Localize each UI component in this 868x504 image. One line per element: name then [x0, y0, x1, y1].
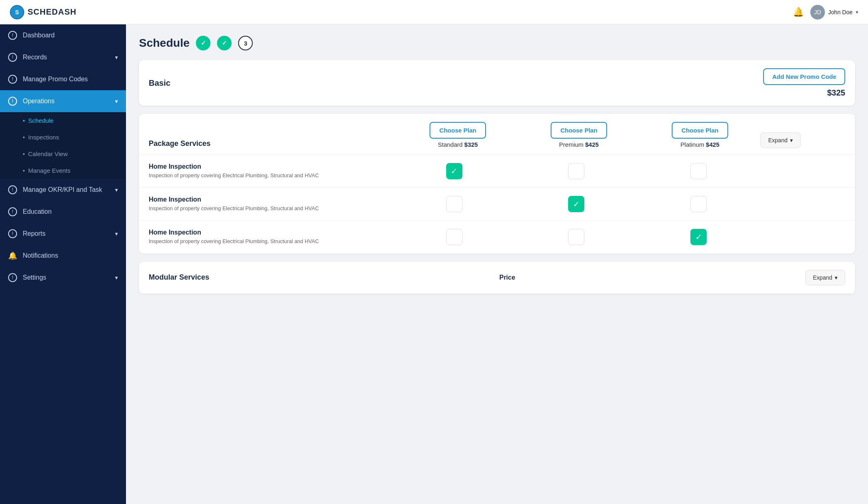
inspections-label: Inspections [28, 134, 59, 141]
settings-chevron-icon: ▾ [115, 274, 118, 281]
app-name: SCHEDASH [28, 7, 76, 17]
service-3-description: Inspection of property covering Electric… [149, 238, 393, 245]
main-content: Schedule ✓ ✓ 3 Basic Add New Promo Code … [126, 24, 868, 504]
choose-plan-premium-button[interactable]: Choose Plan [551, 122, 607, 139]
service-1-platinum-check [638, 163, 760, 179]
sidebar-label-settings: Settings [23, 274, 46, 281]
page-title: Schedule [139, 37, 189, 50]
sidebar-subitem-schedule[interactable]: Schedule [0, 112, 126, 129]
service-3-platinum-check: ✓ [638, 229, 760, 245]
records-icon: ! [8, 53, 17, 62]
step-2-badge: ✓ [217, 36, 232, 50]
reports-chevron-icon: ▾ [115, 230, 118, 237]
manage-events-label: Manage Events [28, 167, 70, 174]
package-services-header: Package Services Choose Plan Standard $3… [139, 114, 855, 155]
notifications-bell-icon: 🔔 [8, 251, 17, 260]
service-1-premium-check [515, 163, 638, 179]
operations-subitems: Schedule Inspections Calendar View Manag… [0, 112, 126, 179]
basic-header: Basic Add New Promo Code $325 [139, 60, 855, 106]
service-row-3: Home Inspection Inspection of property c… [139, 221, 855, 253]
promo-codes-icon: ! [8, 75, 17, 84]
expand-chevron-icon: ▾ [790, 137, 793, 143]
step-1-badge: ✓ [196, 36, 210, 50]
platinum-plan-header: Choose Plan Platinum $425 [640, 122, 761, 148]
calendar-view-label: Calendar View [28, 150, 67, 157]
add-promo-code-button[interactable]: Add New Promo Code [763, 68, 845, 85]
sidebar-subitem-manage-events[interactable]: Manage Events [0, 162, 126, 179]
basic-price: $325 [827, 88, 846, 98]
user-name: John Doe [828, 9, 853, 15]
operations-icon: ! [8, 97, 17, 106]
service-row-2: Home Inspection Inspection of property c… [139, 188, 855, 221]
service-3-info: Home Inspection Inspection of property c… [149, 229, 393, 245]
basic-label: Basic [149, 78, 170, 88]
app-body: ! Dashboard ! Records ▾ ! Manage Promo C… [0, 24, 868, 504]
page-header: Schedule ✓ ✓ 3 [139, 36, 855, 50]
check-standard-1[interactable]: ✓ [446, 163, 462, 179]
service-3-premium-check [515, 229, 638, 245]
dashboard-icon: ! [8, 31, 17, 40]
service-2-name: Home Inspection [149, 196, 393, 203]
header-right: 🔔 JD John Doe ▾ [793, 5, 858, 20]
uncheck-platinum-1[interactable] [690, 163, 707, 179]
uncheck-premium-3[interactable] [568, 229, 584, 245]
uncheck-premium-1[interactable] [568, 163, 584, 179]
premium-plan-header: Choose Plan Premium $425 [519, 122, 640, 148]
top-header: S SCHEDASH 🔔 JD John Doe ▾ [0, 0, 868, 24]
modular-expand-chevron-icon: ▾ [835, 274, 838, 281]
uncheck-standard-3[interactable] [446, 229, 462, 245]
sidebar-subitem-calendar-view[interactable]: Calendar View [0, 146, 126, 162]
choose-plan-standard-button[interactable]: Choose Plan [430, 122, 486, 139]
settings-icon: ! [8, 273, 17, 282]
education-icon: ! [8, 207, 17, 216]
modular-services-card: Modular Services Price Expand ▾ [139, 262, 855, 294]
sidebar-label-reports: Reports [23, 230, 46, 237]
modular-price-label: Price [499, 274, 515, 281]
okr-chevron-icon: ▾ [115, 187, 118, 193]
service-2-standard-check [393, 196, 515, 212]
basic-section-card: Basic Add New Promo Code $325 [139, 60, 855, 106]
sidebar-item-manage-promo-codes[interactable]: ! Manage Promo Codes [0, 68, 126, 90]
service-3-name: Home Inspection [149, 229, 393, 236]
sidebar-item-education[interactable]: ! Education [0, 201, 126, 223]
sidebar-item-records[interactable]: ! Records ▾ [0, 46, 126, 68]
sidebar-subitem-inspections[interactable]: Inspections [0, 129, 126, 146]
modular-services-title: Modular Services [149, 273, 209, 282]
service-1-standard-check: ✓ [393, 163, 515, 179]
modular-expand-button[interactable]: Expand ▾ [805, 270, 845, 285]
expand-button[interactable]: Expand ▾ [760, 133, 800, 148]
standard-plan-header: Choose Plan Standard $325 [397, 122, 519, 148]
sidebar-item-reports[interactable]: ! Reports ▾ [0, 223, 126, 245]
service-row-1: Home Inspection Inspection of property c… [139, 155, 855, 188]
choose-plan-platinum-button[interactable]: Choose Plan [672, 122, 728, 139]
notification-bell-icon[interactable]: 🔔 [793, 7, 804, 17]
sidebar-label-records: Records [23, 54, 47, 61]
svg-text:S: S [15, 9, 19, 15]
reports-icon: ! [8, 229, 17, 238]
check-platinum-3[interactable]: ✓ [690, 229, 707, 245]
sidebar-item-operations[interactable]: ! Operations ▾ [0, 90, 126, 112]
basic-right: Add New Promo Code $325 [763, 68, 845, 98]
sidebar-label-dashboard: Dashboard [23, 32, 54, 39]
sidebar-item-settings[interactable]: ! Settings ▾ [0, 267, 126, 289]
standard-price: Standard $325 [397, 141, 519, 148]
service-1-info: Home Inspection Inspection of property c… [149, 163, 393, 179]
operations-chevron-icon: ▾ [115, 98, 118, 104]
service-2-info: Home Inspection Inspection of property c… [149, 196, 393, 212]
package-services-card: Package Services Choose Plan Standard $3… [139, 114, 855, 254]
avatar: JD [810, 5, 825, 20]
sidebar-item-manage-okr[interactable]: ! Manage OKR/KPI and Task ▾ [0, 179, 126, 201]
package-services-title: Package Services [149, 139, 210, 148]
sidebar-item-notifications[interactable]: 🔔 Notifications [0, 245, 126, 267]
user-menu[interactable]: JD John Doe ▾ [810, 5, 858, 20]
uncheck-standard-2[interactable] [446, 196, 462, 212]
sidebar-item-dashboard[interactable]: ! Dashboard [0, 24, 126, 46]
service-2-premium-check: ✓ [515, 196, 638, 212]
check-premium-2[interactable]: ✓ [568, 196, 584, 212]
uncheck-platinum-2[interactable] [690, 196, 707, 212]
package-services-title-col: Package Services [149, 139, 397, 148]
premium-price: Premium $425 [519, 141, 640, 148]
service-1-name: Home Inspection [149, 163, 393, 170]
logo-area: S SCHEDASH [10, 5, 76, 20]
sidebar-label-manage-promo-codes: Manage Promo Codes [23, 76, 88, 83]
